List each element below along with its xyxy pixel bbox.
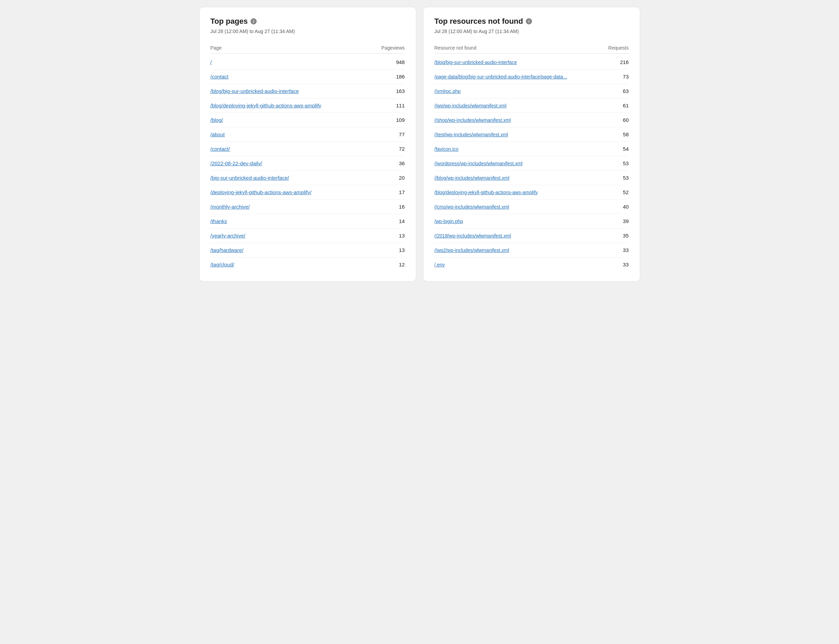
top-resources-info-icon[interactable]: i (526, 18, 532, 25)
resource-link[interactable]: /blog/big-sur-unbricked-audio-interface (435, 59, 517, 65)
table-row: //shop/wp-includes/wlwmanifest.xml60 (435, 113, 629, 127)
requests-value: 39 (623, 218, 629, 224)
table-row: /blog/deploying-jekyll-github-actions-aw… (211, 99, 405, 113)
requests-value: 33 (623, 247, 629, 253)
pageviews-value: 13 (399, 247, 405, 253)
resource-link[interactable]: //test/wp-includes/wlwmanifest.xml (435, 132, 508, 137)
top-resources-panel: Top resources not found i Jul 28 (12:00 … (423, 7, 640, 281)
table-row: /wp-login.php39 (435, 214, 629, 228)
top-resources-table-body: /blog/big-sur-unbricked-audio-interface2… (435, 55, 629, 271)
resource-link[interactable]: //cms/wp-includes/wlwmanifest.xml (435, 204, 509, 210)
page-link[interactable]: /blog/ (211, 117, 223, 123)
resource-link[interactable]: //xmlrpc.php (435, 89, 461, 94)
page-link[interactable]: /yearly-archive/ (211, 233, 246, 238)
pageviews-value: 13 (399, 233, 405, 238)
table-row: /tag/hardware/13 (211, 243, 405, 258)
page-link[interactable]: /thanks (211, 218, 227, 224)
page-link[interactable]: /blog/deploying-jekyll-github-actions-aw… (211, 103, 321, 108)
resource-column-header: Resource not found (435, 45, 476, 51)
table-row: /2022-08-22-dev-daily/36 (211, 156, 405, 171)
table-row: //2018/wp-includes/wlwmanifest.xml35 (435, 228, 629, 243)
table-row: /blog/big-sur-unbricked-audio-interface1… (211, 84, 405, 99)
requests-value: 52 (623, 189, 629, 195)
table-row: //blog/wp-includes/wlwmanifest.xml53 (435, 171, 629, 185)
pageviews-value: 163 (396, 88, 404, 94)
pageviews-value: 16 (399, 204, 405, 210)
resource-link[interactable]: /blog/deploying-jekyll-github-actions-aw… (435, 190, 538, 195)
requests-value: 58 (623, 131, 629, 137)
top-resources-title: Top resources not found i (435, 17, 629, 26)
requests-value: 40 (623, 204, 629, 210)
requests-value: 63 (623, 88, 629, 94)
requests-value: 216 (620, 59, 628, 65)
top-pages-subtitle: Jul 28 (12:00 AM) to Aug 27 (11:34 AM) (211, 29, 405, 34)
pageviews-value: 17 (399, 189, 405, 195)
requests-value: 61 (623, 103, 629, 108)
pageviews-value: 12 (399, 261, 405, 268)
resource-link[interactable]: /wp-login.php (435, 219, 463, 224)
resource-link[interactable]: //wp/wp-includes/wlwmanifest.xml (435, 103, 506, 108)
requests-value: 35 (623, 233, 629, 238)
pageviews-value: 186 (396, 74, 404, 79)
table-row: //test/wp-includes/wlwmanifest.xml58 (435, 127, 629, 142)
requests-value: 53 (623, 175, 629, 181)
table-row: /deploying-jekyll-github-actions-aws-amp… (211, 185, 405, 200)
page-link[interactable]: /contact/ (211, 146, 230, 152)
resource-link[interactable]: /.env (435, 262, 445, 268)
table-row: //wp/wp-includes/wlwmanifest.xml61 (435, 99, 629, 113)
pageviews-value: 36 (399, 160, 405, 166)
pageviews-value: 72 (399, 146, 405, 152)
page-link[interactable]: /contact (211, 74, 229, 79)
page-link[interactable]: /tag/hardware/ (211, 247, 244, 253)
page-column-header: Page (211, 45, 222, 51)
top-resources-heading: Top resources not found (435, 17, 523, 26)
page-link[interactable]: /about (211, 131, 225, 137)
table-row: /monthly-archive/16 (211, 200, 405, 214)
table-row: /blog/big-sur-unbricked-audio-interface2… (435, 55, 629, 69)
top-pages-table-body: /948/contact186/blog/big-sur-unbricked-a… (211, 55, 405, 271)
table-row: /blog/deploying-jekyll-github-actions-aw… (435, 185, 629, 200)
table-row: /contact/72 (211, 142, 405, 156)
page-link[interactable]: /tag/cloud/ (211, 261, 234, 268)
top-pages-panel: Top pages i Jul 28 (12:00 AM) to Aug 27 … (199, 7, 416, 281)
resource-link[interactable]: //2018/wp-includes/wlwmanifest.xml (435, 233, 511, 238)
pageviews-value: 109 (396, 117, 404, 123)
table-row: //wp2/wp-includes/wlwmanifest.xml33 (435, 243, 629, 258)
requests-value: 53 (623, 160, 629, 166)
resource-link[interactable]: //shop/wp-includes/wlwmanifest.xml (435, 117, 511, 123)
table-row: //xmlrpc.php63 (435, 84, 629, 99)
table-row: /.env33 (435, 258, 629, 271)
page-link[interactable]: /big-sur-unbricked-audio-interface/ (211, 175, 289, 181)
page-link[interactable]: /blog/big-sur-unbricked-audio-interface (211, 88, 299, 94)
resource-link[interactable]: /favicon.ico (435, 146, 458, 152)
top-pages-heading: Top pages (211, 17, 248, 26)
table-row: /yearly-archive/13 (211, 228, 405, 243)
pageviews-value: 77 (399, 131, 405, 137)
page-link[interactable]: /2022-08-22-dev-daily/ (211, 160, 262, 166)
page-link[interactable]: / (211, 59, 212, 65)
table-row: //wordpress/wp-includes/wlwmanifest.xml5… (435, 156, 629, 171)
page-link[interactable]: /deploying-jekyll-github-actions-aws-amp… (211, 189, 312, 195)
pageviews-value: 948 (396, 59, 404, 65)
page-link[interactable]: /monthly-archive/ (211, 204, 250, 210)
table-row: /contact186 (211, 69, 405, 84)
top-pages-table-header: Page Pageviews (211, 42, 405, 54)
top-resources-subtitle: Jul 28 (12:00 AM) to Aug 27 (11:34 AM) (435, 29, 629, 34)
table-row: /favicon.ico54 (435, 142, 629, 156)
requests-value: 54 (623, 146, 629, 152)
resource-link[interactable]: //wp2/wp-includes/wlwmanifest.xml (435, 248, 509, 253)
requests-column-header: Requests (608, 45, 628, 51)
table-row: /big-sur-unbricked-audio-interface/20 (211, 171, 405, 185)
resource-link[interactable]: /page-data/blog/big-sur-unbricked-audio-… (435, 74, 567, 79)
top-pages-info-icon[interactable]: i (251, 18, 257, 25)
table-row: /blog/109 (211, 113, 405, 127)
table-row: /tag/cloud/12 (211, 258, 405, 271)
table-row: /page-data/blog/big-sur-unbricked-audio-… (435, 69, 629, 84)
requests-value: 73 (623, 74, 629, 79)
pageviews-value: 20 (399, 175, 405, 181)
requests-value: 60 (623, 117, 629, 123)
table-row: //cms/wp-includes/wlwmanifest.xml40 (435, 200, 629, 214)
table-row: /thanks14 (211, 214, 405, 228)
resource-link[interactable]: //blog/wp-includes/wlwmanifest.xml (435, 175, 509, 181)
resource-link[interactable]: //wordpress/wp-includes/wlwmanifest.xml (435, 161, 523, 166)
